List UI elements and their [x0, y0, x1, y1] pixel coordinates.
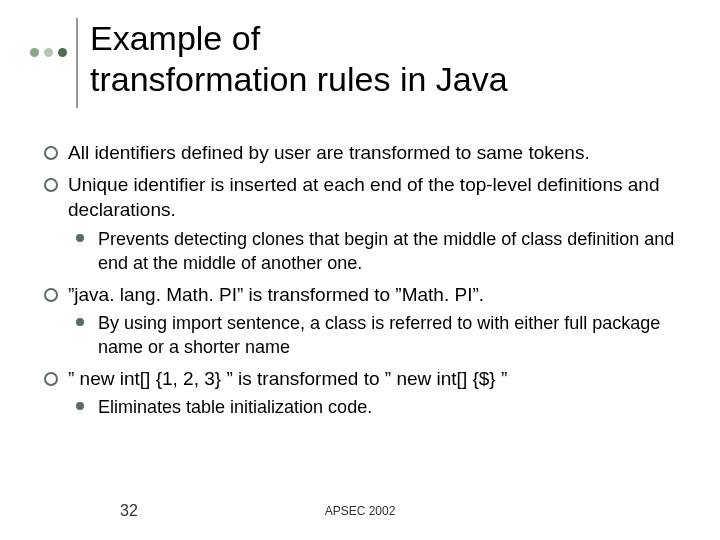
- dot-icon: [58, 48, 67, 57]
- vertical-rule-icon: [76, 18, 78, 108]
- sub-list: By using import sentence, a class is ref…: [68, 311, 680, 360]
- title-decoration: [30, 48, 72, 57]
- list-item: Eliminates table initialization code.: [68, 395, 680, 419]
- list-item: Unique identifier is inserted at each en…: [40, 172, 680, 276]
- title-area: Example of transformation rules in Java: [30, 18, 690, 108]
- page-number: 32: [120, 502, 138, 520]
- bullet-text: ” new int[] {1, 2, 3} ” is transformed t…: [68, 368, 507, 389]
- bullet-text: Prevents detecting clones that begin at …: [98, 229, 674, 273]
- slide-body: All identifiers defined by user are tran…: [40, 140, 680, 426]
- conference-label: APSEC 2002: [325, 504, 396, 518]
- bullet-text: ”java. lang. Math. PI” is transformed to…: [68, 284, 484, 305]
- list-item: ”java. lang. Math. PI” is transformed to…: [40, 282, 680, 360]
- dot-icon: [44, 48, 53, 57]
- slide: Example of transformation rules in Java …: [0, 0, 720, 540]
- bullet-text: By using import sentence, a class is ref…: [98, 313, 660, 357]
- bullet-text: Unique identifier is inserted at each en…: [68, 174, 660, 221]
- bullet-text: All identifiers defined by user are tran…: [68, 142, 590, 163]
- sub-list: Eliminates table initialization code.: [68, 395, 680, 419]
- bullet-text: Eliminates table initialization code.: [98, 397, 372, 417]
- list-item: All identifiers defined by user are tran…: [40, 140, 680, 166]
- sub-list: Prevents detecting clones that begin at …: [68, 227, 680, 276]
- bullet-list: All identifiers defined by user are tran…: [40, 140, 680, 420]
- slide-title: Example of transformation rules in Java: [90, 18, 508, 100]
- dot-icon: [30, 48, 39, 57]
- list-item: ” new int[] {1, 2, 3} ” is transformed t…: [40, 366, 680, 420]
- list-item: By using import sentence, a class is ref…: [68, 311, 680, 360]
- list-item: Prevents detecting clones that begin at …: [68, 227, 680, 276]
